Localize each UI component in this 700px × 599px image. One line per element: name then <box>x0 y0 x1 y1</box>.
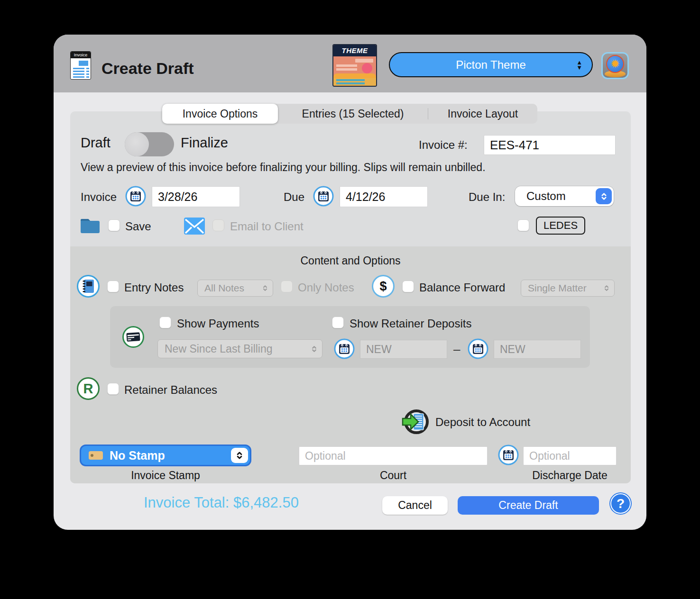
invoice-total: Invoice Total: $6,482.50 <box>144 494 299 511</box>
preview-description: View a preview of this invoice before fi… <box>81 161 486 174</box>
chevron-up-down-icon <box>231 448 248 463</box>
invoice-document-icon-label: Invoice <box>71 52 91 58</box>
up-down-arrows-icon: ▲▼ <box>576 60 582 70</box>
draft-label: Draft <box>81 135 111 151</box>
only-notes-label: Only Notes <box>298 281 354 294</box>
invoice-date-input[interactable] <box>152 186 240 207</box>
retainer-balances-checkbox[interactable] <box>107 383 119 395</box>
ledes-checkbox[interactable] <box>517 219 529 231</box>
doc-bar <box>86 73 89 75</box>
due-in-dropdown[interactable]: Custom <box>515 186 614 206</box>
doc-bar <box>86 68 89 69</box>
notes-icon <box>77 275 100 298</box>
theme-thumbnail-body <box>333 56 376 73</box>
payments-period-dropdown[interactable]: New Since Last Billing <box>157 339 322 358</box>
show-payments-checkbox[interactable] <box>159 317 171 328</box>
toggle-knob[interactable] <box>125 132 149 156</box>
court-input[interactable] <box>299 446 488 465</box>
single-matter-dropdown[interactable]: Single Matter <box>521 280 615 297</box>
tab-invoice-layout[interactable]: Invoice Layout <box>428 104 537 124</box>
doc-bar <box>73 71 84 72</box>
email-to-client-label: Email to Client <box>230 220 304 233</box>
mail-icon <box>184 218 205 235</box>
cancel-button[interactable]: Cancel <box>382 496 448 515</box>
invoice-number-input[interactable] <box>484 135 616 155</box>
due-in-label: Due In: <box>469 191 505 204</box>
email-to-client-checkbox[interactable] <box>212 219 224 231</box>
chevron-up-down-icon <box>604 284 609 292</box>
doc-bar <box>73 76 84 78</box>
single-matter-value: Single Matter <box>528 282 587 294</box>
draft-finalize-toggle[interactable] <box>125 132 174 156</box>
help-button[interactable]: ? <box>609 492 632 515</box>
payments-to-date-input[interactable] <box>494 340 581 359</box>
ledes-button[interactable]: LEDES <box>536 217 585 235</box>
invoice-date-label: Invoice <box>81 191 117 204</box>
tab-label: Entries (15 Selected) <box>302 108 404 120</box>
payments-box: Show Payments Show Retainer Deposits New… <box>110 306 590 368</box>
calendar-icon[interactable] <box>468 338 488 359</box>
tab-label: Invoice Layout <box>448 108 518 120</box>
retainer-balances-label: Retainer Balances <box>124 383 217 397</box>
discharge-date-caption: Discharge Date <box>518 469 621 482</box>
app-icon-button[interactable]: ✹ <box>601 52 629 79</box>
tab-label: Invoice Options <box>183 108 258 120</box>
theme-thumbnail-label: THEME <box>333 45 376 56</box>
doc-bar <box>79 61 88 66</box>
balance-forward-checkbox[interactable] <box>402 281 414 292</box>
calendar-icon[interactable] <box>498 445 519 465</box>
chevron-up-down-icon <box>596 188 612 204</box>
show-payments-label: Show Payments <box>177 317 259 330</box>
deposit-to-account-label: Deposit to Account <box>435 416 530 429</box>
invoice-options-panel: Draft Finalize Invoice #: View a preview… <box>70 111 631 483</box>
create-draft-button[interactable]: Create Draft <box>458 496 599 515</box>
invoice-stamp-dropdown[interactable]: No Stamp <box>80 445 251 466</box>
retainer-icon: R <box>77 377 100 400</box>
finalize-label: Finalize <box>181 135 228 151</box>
page-title: Create Draft <box>101 59 194 78</box>
tab-invoice-options[interactable]: Invoice Options <box>162 104 278 124</box>
theme-dropdown-value: Picton Theme <box>456 58 526 72</box>
calendar-icon[interactable] <box>313 186 334 207</box>
section-heading: Content and Options <box>70 254 631 267</box>
invoice-stamp-caption: Invoice Stamp <box>80 469 251 482</box>
cancel-button-label: Cancel <box>398 499 432 512</box>
save-checkbox[interactable] <box>108 219 120 231</box>
chevron-up-down-icon <box>311 345 317 354</box>
all-notes-dropdown[interactable]: All Notes <box>197 280 273 297</box>
invoice-document-icon: Invoice <box>70 51 91 80</box>
tab-bar: Invoice Options Entries (15 Selected) In… <box>162 104 537 124</box>
due-date-label: Due <box>284 191 304 204</box>
calendar-icon[interactable] <box>334 338 355 359</box>
discharge-date-input[interactable] <box>523 446 617 465</box>
due-in-value: Custom <box>515 190 566 203</box>
theme-thumbnail-footer <box>333 78 376 86</box>
calendar-icon[interactable] <box>125 186 146 207</box>
tab-entries[interactable]: Entries (15 Selected) <box>278 104 428 124</box>
chevron-up-down-icon <box>262 284 268 292</box>
create-draft-button-label: Create Draft <box>498 499 558 512</box>
crystal-ball-icon: ✹ <box>606 55 624 73</box>
show-retainer-deposits-checkbox[interactable] <box>332 317 344 328</box>
theme-dropdown[interactable]: Picton Theme ▲▼ <box>389 52 593 77</box>
doc-bar <box>73 68 84 69</box>
range-separator: – <box>453 342 460 357</box>
only-notes-checkbox[interactable] <box>281 281 293 292</box>
content-options-section: Content and Options Entry Notes All Note… <box>70 246 631 483</box>
entry-notes-label: Entry Notes <box>124 281 184 294</box>
invoice-stamp-value: No Stamp <box>110 449 165 463</box>
create-draft-dialog: Invoice Create Draft THEME Picton Theme … <box>54 35 646 530</box>
folder-icon <box>80 216 101 234</box>
invoice-number-label: Invoice #: <box>419 138 468 152</box>
all-notes-value: All Notes <box>204 282 244 294</box>
entry-notes-checkbox[interactable] <box>107 281 119 292</box>
balance-forward-label: Balance Forward <box>419 281 505 294</box>
theme-thumbnail[interactable]: THEME <box>332 44 377 87</box>
court-caption: Court <box>299 469 488 482</box>
due-date-input[interactable] <box>340 186 428 207</box>
ledes-button-label: LEDES <box>543 219 578 232</box>
deposit-icon <box>401 408 430 436</box>
payments-period-value: New Since Last Billing <box>165 343 273 355</box>
payments-from-date-input[interactable] <box>360 340 447 359</box>
help-icon: ? <box>617 496 625 511</box>
